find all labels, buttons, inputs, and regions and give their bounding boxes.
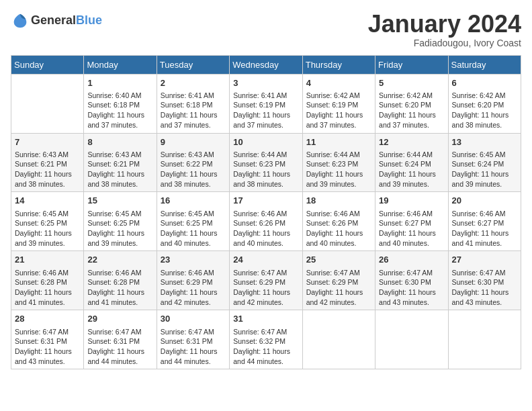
calendar-table: SundayMondayTuesdayWednesdayThursdayFrid… xyxy=(11,55,521,370)
day-info: Sunrise: 6:47 AMSunset: 6:31 PMDaylight:… xyxy=(161,327,226,367)
calendar-cell: 30Sunrise: 6:47 AMSunset: 6:31 PMDayligh… xyxy=(157,310,229,369)
day-number: 14 xyxy=(15,195,80,207)
day-number: 24 xyxy=(233,254,298,266)
calendar-cell: 11Sunrise: 6:44 AMSunset: 6:23 PMDayligh… xyxy=(302,133,375,192)
day-number: 26 xyxy=(379,254,444,266)
day-number: 12 xyxy=(379,136,444,148)
day-info: Sunrise: 6:41 AMSunset: 6:19 PMDaylight:… xyxy=(233,91,298,130)
weekday-row: SundayMondayTuesdayWednesdayThursdayFrid… xyxy=(11,55,521,74)
day-number: 30 xyxy=(161,313,226,325)
day-info: Sunrise: 6:46 AMSunset: 6:26 PMDaylight:… xyxy=(233,209,298,248)
day-number: 16 xyxy=(161,195,226,207)
calendar-header: SundayMondayTuesdayWednesdayThursdayFrid… xyxy=(11,55,521,74)
day-number: 3 xyxy=(233,77,298,89)
calendar-cell: 23Sunrise: 6:46 AMSunset: 6:29 PMDayligh… xyxy=(157,251,229,310)
day-info: Sunrise: 6:41 AMSunset: 6:18 PMDaylight:… xyxy=(161,91,226,130)
calendar-cell xyxy=(375,310,448,369)
day-info: Sunrise: 6:47 AMSunset: 6:31 PMDaylight:… xyxy=(15,327,80,367)
day-info: Sunrise: 6:46 AMSunset: 6:28 PMDaylight:… xyxy=(15,268,80,308)
day-number: 17 xyxy=(233,195,298,207)
weekday-header: Thursday xyxy=(302,55,375,74)
calendar-cell: 1Sunrise: 6:40 AMSunset: 6:18 PMDaylight… xyxy=(84,74,157,133)
calendar-cell: 10Sunrise: 6:44 AMSunset: 6:23 PMDayligh… xyxy=(230,133,302,192)
page-header: GeneralBlue January 2024 Fadiadougou, Iv… xyxy=(11,11,521,48)
logo: GeneralBlue xyxy=(11,11,102,30)
day-info: Sunrise: 6:47 AMSunset: 6:29 PMDaylight:… xyxy=(233,268,298,308)
calendar-cell: 13Sunrise: 6:45 AMSunset: 6:24 PMDayligh… xyxy=(448,133,521,192)
calendar-cell: 2Sunrise: 6:41 AMSunset: 6:18 PMDaylight… xyxy=(157,74,229,133)
weekday-header: Sunday xyxy=(11,55,84,74)
calendar-cell: 5Sunrise: 6:42 AMSunset: 6:20 PMDaylight… xyxy=(375,74,448,133)
calendar-cell: 21Sunrise: 6:46 AMSunset: 6:28 PMDayligh… xyxy=(11,251,84,310)
day-number: 18 xyxy=(306,195,371,207)
day-info: Sunrise: 6:44 AMSunset: 6:23 PMDaylight:… xyxy=(306,150,371,189)
calendar-cell: 25Sunrise: 6:47 AMSunset: 6:29 PMDayligh… xyxy=(302,251,375,310)
calendar-body: 1Sunrise: 6:40 AMSunset: 6:18 PMDaylight… xyxy=(11,74,521,369)
day-number: 15 xyxy=(87,195,152,207)
day-info: Sunrise: 6:43 AMSunset: 6:21 PMDaylight:… xyxy=(15,150,80,189)
logo-general: General xyxy=(31,13,76,27)
calendar-cell: 17Sunrise: 6:46 AMSunset: 6:26 PMDayligh… xyxy=(230,192,302,251)
day-info: Sunrise: 6:42 AMSunset: 6:20 PMDaylight:… xyxy=(452,91,517,130)
day-number: 27 xyxy=(452,254,517,266)
day-info: Sunrise: 6:47 AMSunset: 6:31 PMDaylight:… xyxy=(87,327,152,367)
day-info: Sunrise: 6:45 AMSunset: 6:25 PMDaylight:… xyxy=(87,209,152,248)
day-number: 9 xyxy=(161,136,226,148)
calendar-week-row: 14Sunrise: 6:45 AMSunset: 6:25 PMDayligh… xyxy=(11,192,521,251)
calendar-cell: 18Sunrise: 6:46 AMSunset: 6:26 PMDayligh… xyxy=(302,192,375,251)
day-number: 19 xyxy=(379,195,444,207)
calendar-title: January 2024 xyxy=(368,11,521,38)
day-info: Sunrise: 6:44 AMSunset: 6:23 PMDaylight:… xyxy=(233,150,298,189)
calendar-cell: 8Sunrise: 6:43 AMSunset: 6:21 PMDaylight… xyxy=(84,133,157,192)
day-info: Sunrise: 6:46 AMSunset: 6:26 PMDaylight:… xyxy=(306,209,371,248)
day-number: 22 xyxy=(87,254,152,266)
day-info: Sunrise: 6:45 AMSunset: 6:24 PMDaylight:… xyxy=(452,150,517,189)
calendar-cell xyxy=(11,74,84,133)
day-number: 4 xyxy=(306,77,371,89)
day-info: Sunrise: 6:40 AMSunset: 6:18 PMDaylight:… xyxy=(87,91,152,130)
day-number: 10 xyxy=(233,136,298,148)
day-info: Sunrise: 6:46 AMSunset: 6:29 PMDaylight:… xyxy=(161,268,226,308)
day-number: 25 xyxy=(306,254,371,266)
calendar-cell: 15Sunrise: 6:45 AMSunset: 6:25 PMDayligh… xyxy=(84,192,157,251)
calendar-subtitle: Fadiadougou, Ivory Coast xyxy=(368,38,521,48)
day-info: Sunrise: 6:45 AMSunset: 6:25 PMDaylight:… xyxy=(15,209,80,248)
calendar-week-row: 1Sunrise: 6:40 AMSunset: 6:18 PMDaylight… xyxy=(11,74,521,133)
calendar-cell: 28Sunrise: 6:47 AMSunset: 6:31 PMDayligh… xyxy=(11,310,84,369)
day-info: Sunrise: 6:46 AMSunset: 6:28 PMDaylight:… xyxy=(87,268,152,308)
logo-icon xyxy=(11,11,30,30)
weekday-header: Friday xyxy=(375,55,448,74)
weekday-header: Wednesday xyxy=(230,55,302,74)
calendar-cell: 14Sunrise: 6:45 AMSunset: 6:25 PMDayligh… xyxy=(11,192,84,251)
weekday-header: Monday xyxy=(84,55,157,74)
day-info: Sunrise: 6:47 AMSunset: 6:32 PMDaylight:… xyxy=(233,327,298,367)
calendar-cell: 29Sunrise: 6:47 AMSunset: 6:31 PMDayligh… xyxy=(84,310,157,369)
calendar-cell: 31Sunrise: 6:47 AMSunset: 6:32 PMDayligh… xyxy=(230,310,302,369)
day-number: 1 xyxy=(87,77,152,89)
calendar-cell: 22Sunrise: 6:46 AMSunset: 6:28 PMDayligh… xyxy=(84,251,157,310)
calendar-cell: 27Sunrise: 6:47 AMSunset: 6:30 PMDayligh… xyxy=(448,251,521,310)
calendar-cell: 4Sunrise: 6:42 AMSunset: 6:19 PMDaylight… xyxy=(302,74,375,133)
calendar-cell: 16Sunrise: 6:45 AMSunset: 6:25 PMDayligh… xyxy=(157,192,229,251)
day-number: 28 xyxy=(15,313,80,325)
day-info: Sunrise: 6:47 AMSunset: 6:29 PMDaylight:… xyxy=(306,268,371,308)
day-number: 23 xyxy=(161,254,226,266)
day-info: Sunrise: 6:42 AMSunset: 6:19 PMDaylight:… xyxy=(306,91,371,130)
day-info: Sunrise: 6:47 AMSunset: 6:30 PMDaylight:… xyxy=(452,268,517,308)
day-number: 20 xyxy=(452,195,517,207)
calendar-cell: 20Sunrise: 6:46 AMSunset: 6:27 PMDayligh… xyxy=(448,192,521,251)
day-number: 31 xyxy=(233,313,298,325)
title-block: January 2024 Fadiadougou, Ivory Coast xyxy=(368,11,521,48)
day-info: Sunrise: 6:42 AMSunset: 6:20 PMDaylight:… xyxy=(379,91,444,130)
day-info: Sunrise: 6:47 AMSunset: 6:30 PMDaylight:… xyxy=(379,268,444,308)
day-info: Sunrise: 6:43 AMSunset: 6:21 PMDaylight:… xyxy=(87,150,152,189)
calendar-cell: 26Sunrise: 6:47 AMSunset: 6:30 PMDayligh… xyxy=(375,251,448,310)
calendar-cell: 24Sunrise: 6:47 AMSunset: 6:29 PMDayligh… xyxy=(230,251,302,310)
calendar-cell: 19Sunrise: 6:46 AMSunset: 6:27 PMDayligh… xyxy=(375,192,448,251)
day-number: 8 xyxy=(87,136,152,148)
day-info: Sunrise: 6:46 AMSunset: 6:27 PMDaylight:… xyxy=(379,209,444,248)
calendar-cell: 9Sunrise: 6:43 AMSunset: 6:22 PMDaylight… xyxy=(157,133,229,192)
logo-blue: Blue xyxy=(76,13,102,27)
day-info: Sunrise: 6:45 AMSunset: 6:25 PMDaylight:… xyxy=(161,209,226,248)
weekday-header: Saturday xyxy=(448,55,521,74)
